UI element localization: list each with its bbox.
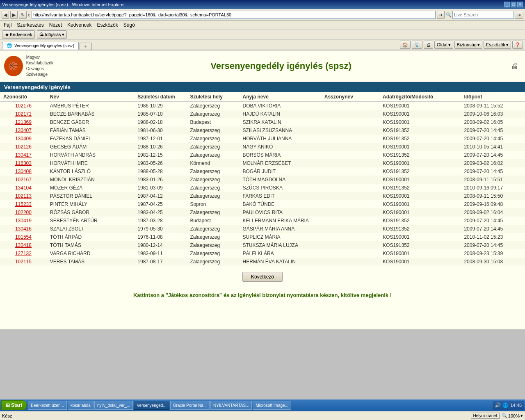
id-link[interactable]: 130417: [15, 152, 32, 158]
id-link[interactable]: 130416: [15, 226, 32, 232]
table-cell: [321, 167, 379, 176]
go-button[interactable]: ➔: [437, 11, 445, 19]
table-cell: KOS190001: [379, 258, 461, 266]
table-cell: DOBA VIKTÓRIA: [240, 102, 321, 110]
table-row: 130408KÁNTOR LÁSZLÓ1988-05-28Zalaegersze…: [0, 167, 525, 176]
id-link[interactable]: 116303: [15, 160, 32, 166]
table-cell: KOS190001: [379, 102, 461, 110]
id-link[interactable]: 130409: [15, 136, 32, 142]
table-cell: KOS191352: [379, 151, 461, 159]
menu-tools[interactable]: Eszközök: [95, 22, 119, 28]
tools-button[interactable]: Eszközök▾: [484, 41, 511, 49]
page-button[interactable]: Oldal▾: [434, 41, 453, 49]
menu-file[interactable]: Fájl: [2, 22, 13, 28]
close-button[interactable]: ✕: [517, 2, 523, 7]
back-button[interactable]: ◀: [2, 11, 9, 19]
search-area: 🔍 ➔: [446, 11, 523, 19]
id-link[interactable]: 121369: [15, 119, 32, 125]
table-cell: [321, 151, 379, 159]
maximize-button[interactable]: □: [511, 2, 516, 7]
logo-icon: 🏀: [4, 56, 23, 76]
btn-area: Következő: [0, 266, 525, 288]
table-cell: Zalaegerszeg: [187, 151, 239, 159]
home-button[interactable]: 🏠: [400, 41, 411, 49]
data-table: Azonosító Név Születési dátum Születési …: [0, 92, 525, 266]
col-header-time: Időpont: [461, 92, 525, 102]
table-cell: TÓTH MAGDOLNA: [240, 176, 321, 184]
table-cell: 2009-07-20 14:45: [461, 217, 525, 225]
table-cell: 1981-06-30: [134, 126, 187, 135]
help-button[interactable]: ❓: [512, 41, 523, 49]
forward-button[interactable]: ▶: [10, 11, 18, 19]
weather-button[interactable]: 🌤 Időjárás ▾: [37, 30, 66, 39]
tab-new[interactable]: +: [80, 43, 92, 50]
col-header-id: Azonosító: [0, 92, 47, 102]
print-button[interactable]: 🖨: [424, 41, 433, 49]
id-link[interactable]: 102126: [15, 144, 32, 150]
table-cell: 2009-07-20 14:45: [461, 135, 525, 143]
table-cell: Zalaegerszeg: [187, 208, 239, 217]
print-icon[interactable]: 🖨: [509, 60, 521, 72]
table-cell: NAGY ANIKÓ: [240, 143, 321, 151]
search-input[interactable]: [452, 11, 514, 19]
id-link[interactable]: 102171: [15, 111, 32, 117]
address-bar: ◀ ▶ ↻ e ➔ 🔍 ➔: [2, 11, 523, 19]
table-cell: AMBRUS PÉTER: [47, 102, 134, 110]
table-cell: [321, 143, 379, 151]
address-input[interactable]: [32, 11, 436, 19]
id-link[interactable]: 130419: [15, 218, 32, 224]
table-header-row: Azonosító Név Születési dátum Születési …: [0, 92, 525, 102]
menu-help[interactable]: Súgó: [122, 22, 137, 28]
table-cell: KOS190001: [379, 208, 461, 217]
table-cell: FARKAS EDIT: [240, 192, 321, 200]
table-row: 130418TÓTH TAMÁS1980-12-14ZalaegerszegST…: [0, 241, 525, 249]
dropdown-icon: ▾: [62, 32, 64, 37]
table-row: 102126GECSEG ÁDÁM1988-10-26ZalaegerszegN…: [0, 143, 525, 151]
id-link[interactable]: 130407: [15, 128, 32, 133]
next-button[interactable]: Következő: [242, 272, 283, 282]
id-link[interactable]: 127132: [15, 251, 32, 256]
table-cell: 2008-09-02 16:04: [461, 208, 525, 217]
toolbar-area: ◀ ▶ ↻ e ➔ 🔍 ➔: [0, 9, 525, 21]
table-cell: 2008-09-30 15:08: [461, 258, 525, 266]
id-link[interactable]: 102200: [15, 210, 32, 215]
table-cell: HORVÁTH JULIANNA: [240, 135, 321, 143]
table-cell: Budapest: [187, 217, 239, 225]
favorites-button[interactable]: ★ Kedvencek: [2, 30, 35, 39]
table-cell: PÁSZTOR DÁNIEL: [47, 192, 134, 200]
id-link[interactable]: 130418: [15, 242, 32, 248]
table-cell: KOS190001: [379, 159, 461, 167]
table-cell: [321, 110, 379, 118]
table-cell: Körmend: [187, 159, 239, 167]
menu-favorites[interactable]: Kedvencek: [66, 22, 93, 28]
minimize-button[interactable]: _: [504, 2, 510, 7]
table-cell: [321, 241, 379, 249]
id-link[interactable]: 102167: [15, 177, 32, 183]
menu-view[interactable]: Nézet: [48, 22, 64, 28]
table-cell: Zalaegerszeg: [187, 192, 239, 200]
table-cell: PINTÉR MIHÁLY: [47, 200, 134, 208]
id-link[interactable]: 102176: [15, 103, 32, 109]
tab-active[interactable]: 🌐 Versenyengedély igénylés (spsz): [2, 42, 79, 50]
table-cell: VERES TAMÁS: [47, 258, 134, 266]
table-cell: Zalaegerszeg: [187, 110, 239, 118]
id-link[interactable]: 130408: [15, 169, 32, 174]
id-link[interactable]: 102115: [15, 259, 32, 265]
table-cell: 1987-08-17: [134, 258, 187, 266]
menu-edit[interactable]: Szerkesztés: [15, 22, 45, 28]
col-header-mother: Anyja neve: [240, 92, 321, 102]
search-go-button[interactable]: ➔: [515, 11, 523, 19]
table-cell: KOS190001: [379, 200, 461, 208]
id-link[interactable]: 102113: [15, 193, 32, 199]
star-icon: ★: [5, 32, 9, 37]
id-link[interactable]: 115233: [15, 201, 32, 207]
logo-area: 🏀 Magyar Kosárlabdázók Országos Szövetsé…: [4, 55, 53, 78]
security-button[interactable]: Biztonság▾: [454, 41, 482, 49]
table-cell: 2009-07-20 14:45: [461, 241, 525, 249]
table-cell: SZIKRA KATALIN: [240, 118, 321, 126]
rss-button[interactable]: 📡: [412, 41, 422, 49]
table-cell: 1987-12-01: [134, 135, 187, 143]
id-link[interactable]: 101554: [15, 234, 32, 240]
refresh-button[interactable]: ↻: [19, 11, 27, 19]
id-link[interactable]: 134104: [15, 185, 32, 191]
